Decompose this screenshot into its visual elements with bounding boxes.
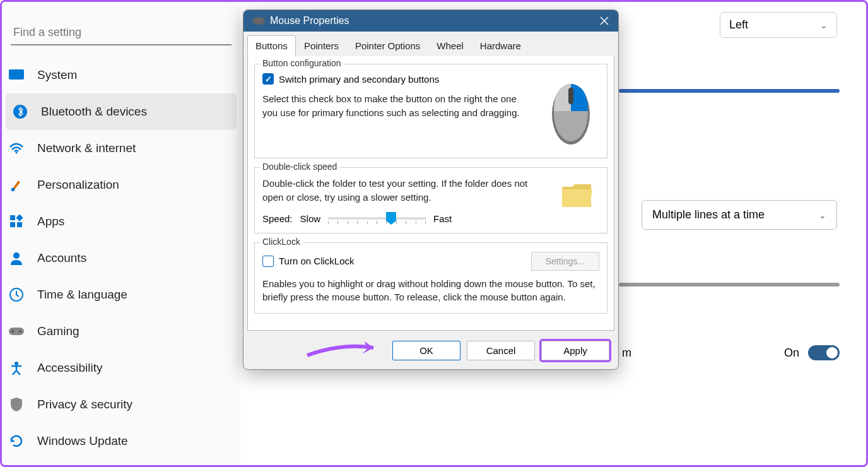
sidebar-item-privacy[interactable]: Privacy & security (2, 386, 240, 423)
sidebar-nav: System Bluetooth & devices Network & int… (2, 57, 240, 465)
svg-point-13 (15, 362, 18, 365)
svg-rect-5 (16, 215, 23, 222)
brush-icon (8, 177, 25, 193)
group-title: ClickLock (260, 237, 303, 247)
mouse-preview-image (542, 73, 599, 149)
clicklock-settings-button: Settings... (531, 252, 599, 271)
update-icon (8, 433, 25, 449)
sidebar-item-label: Bluetooth & devices (41, 105, 147, 119)
checkbox-label: Turn on ClickLock (279, 256, 355, 266)
svg-point-8 (13, 252, 20, 259)
svg-rect-3 (11, 188, 15, 191)
scroll-mode-dropdown[interactable]: Multiple lines at a time ⌄ (642, 200, 837, 230)
svg-rect-0 (9, 69, 24, 80)
double-click-speed-group: Double-click speed Double-click the fold… (254, 167, 607, 234)
svg-rect-16 (568, 88, 573, 104)
tab-hardware[interactable]: Hardware (472, 35, 529, 56)
svg-point-11 (11, 330, 14, 333)
cancel-button[interactable]: Cancel (467, 341, 535, 360)
svg-rect-4 (10, 215, 15, 220)
tab-wheel[interactable]: Wheel (428, 35, 472, 56)
lines-to-scroll-slider[interactable] (619, 283, 840, 287)
mouse-properties-dialog: Mouse Properties Buttons Pointers Pointe… (243, 9, 619, 370)
settings-sidebar: System Bluetooth & devices Network & int… (2, 2, 240, 465)
annotation-arrow-icon (304, 338, 386, 359)
search-input[interactable] (11, 21, 232, 45)
shield-icon (8, 396, 25, 413)
switch-buttons-checkbox[interactable] (262, 73, 274, 85)
cursor-speed-slider[interactable] (619, 89, 840, 93)
sidebar-item-label: Gaming (37, 324, 79, 338)
group-title: Double-click speed (260, 162, 339, 172)
chevron-down-icon: ⌄ (819, 210, 826, 220)
test-folder-image[interactable] (555, 177, 599, 215)
tab-pointers[interactable]: Pointers (296, 35, 347, 56)
svg-point-2 (16, 152, 18, 154)
apply-button[interactable]: Apply (541, 341, 609, 360)
sidebar-item-label: Windows Update (37, 434, 128, 448)
clock-icon (8, 287, 25, 303)
double-click-description: Double-click the folder to test your set… (262, 177, 546, 204)
sidebar-item-label: Time & language (37, 288, 127, 302)
dropdown-value: Multiple lines at a time (652, 208, 765, 222)
dropdown-value: Left (729, 18, 748, 32)
clicklock-description: Enables you to highlight or drag without… (262, 277, 599, 305)
apps-icon (8, 213, 25, 230)
sidebar-item-accounts[interactable]: Accounts (2, 240, 240, 276)
svg-rect-6 (10, 222, 15, 227)
sidebar-item-bluetooth[interactable]: Bluetooth & devices (6, 93, 237, 130)
svg-point-12 (19, 330, 21, 333)
partial-label: m (622, 346, 631, 360)
primary-button-dropdown[interactable]: Left ⌄ (720, 12, 837, 38)
sidebar-item-label: Privacy & security (37, 398, 132, 411)
toggle-label: On (784, 346, 799, 360)
sidebar-item-label: System (37, 68, 77, 82)
wifi-icon (8, 140, 25, 157)
svg-rect-10 (9, 328, 24, 335)
group-title: Button configuration (260, 58, 344, 68)
chevron-down-icon: ⌄ (820, 20, 828, 30)
sidebar-item-personalization[interactable]: Personalization (2, 167, 240, 203)
bluetooth-icon (12, 103, 28, 120)
mouse-icon (252, 17, 265, 25)
system-icon (8, 67, 25, 83)
tab-pointer-options[interactable]: Pointer Options (347, 35, 428, 56)
button-configuration-group: Button configuration Switch primary and … (254, 64, 607, 158)
sidebar-item-label: Accounts (37, 251, 86, 265)
tab-buttons[interactable]: Buttons (247, 35, 296, 56)
svg-rect-7 (17, 222, 22, 227)
sidebar-item-label: Personalization (37, 178, 119, 192)
ok-button[interactable]: OK (392, 341, 460, 360)
sidebar-item-label: Accessibility (37, 361, 102, 375)
clicklock-group: ClickLock Turn on ClickLock Settings... … (254, 242, 607, 314)
person-icon (8, 250, 25, 266)
button-config-description: Select this check box to make the button… (262, 92, 534, 120)
dialog-title: Mouse Properties (270, 15, 349, 27)
sidebar-item-system[interactable]: System (2, 57, 240, 93)
close-button[interactable] (599, 16, 609, 26)
sidebar-item-time[interactable]: Time & language (2, 276, 240, 313)
fast-label: Fast (433, 213, 452, 224)
sidebar-item-network[interactable]: Network & internet (2, 130, 240, 167)
sidebar-item-accessibility[interactable]: Accessibility (2, 350, 240, 386)
clicklock-checkbox[interactable] (262, 256, 274, 267)
accessibility-icon (8, 360, 25, 376)
double-click-speed-slider[interactable] (328, 217, 426, 220)
gamepad-icon (8, 323, 25, 340)
checkbox-label: Switch primary and secondary buttons (279, 74, 439, 85)
sidebar-item-apps[interactable]: Apps (2, 203, 240, 240)
sidebar-item-label: Apps (37, 215, 64, 228)
dialog-titlebar[interactable]: Mouse Properties (243, 10, 618, 32)
sidebar-item-label: Network & internet (37, 141, 136, 155)
hover-scroll-toggle[interactable] (808, 345, 840, 360)
speed-label: Speed: (262, 213, 293, 224)
sidebar-item-gaming[interactable]: Gaming (2, 313, 240, 350)
sidebar-item-update[interactable]: Windows Update (2, 423, 240, 459)
dialog-tabs: Buttons Pointers Pointer Options Wheel H… (243, 32, 618, 56)
slow-label: Slow (300, 213, 321, 224)
